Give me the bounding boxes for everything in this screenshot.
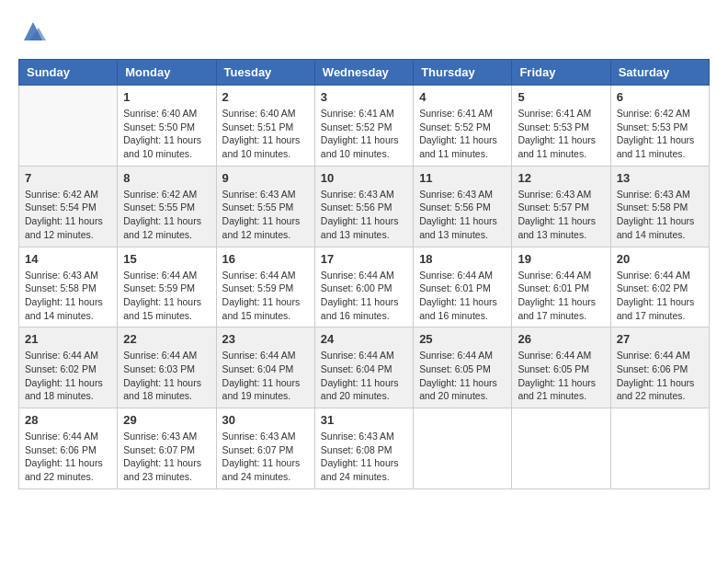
calendar-week-row: 14Sunrise: 6:43 AMSunset: 5:58 PMDayligh… bbox=[19, 247, 710, 327]
calendar-cell bbox=[610, 408, 709, 489]
logo-icon bbox=[20, 18, 46, 44]
calendar-cell: 16Sunrise: 6:44 AMSunset: 5:59 PMDayligh… bbox=[216, 247, 314, 327]
calendar-cell: 2Sunrise: 6:40 AMSunset: 5:51 PMDaylight… bbox=[216, 86, 314, 167]
calendar-week-row: 21Sunrise: 6:44 AMSunset: 6:02 PMDayligh… bbox=[19, 327, 710, 408]
day-number: 22 bbox=[123, 332, 210, 346]
header-friday: Friday bbox=[512, 60, 610, 86]
day-number: 3 bbox=[321, 90, 407, 104]
day-number: 25 bbox=[419, 332, 506, 346]
day-info: Sunrise: 6:44 AMSunset: 6:02 PMDaylight:… bbox=[25, 349, 111, 403]
day-info: Sunrise: 6:44 AMSunset: 6:03 PMDaylight:… bbox=[123, 349, 210, 403]
calendar-cell bbox=[19, 86, 118, 167]
day-info: Sunrise: 6:43 AMSunset: 5:56 PMDaylight:… bbox=[419, 188, 506, 242]
day-number: 29 bbox=[123, 413, 210, 427]
day-number: 19 bbox=[518, 252, 604, 266]
day-info: Sunrise: 6:44 AMSunset: 6:02 PMDaylight:… bbox=[617, 269, 703, 323]
day-number: 1 bbox=[123, 90, 210, 104]
header-thursday: Thursday bbox=[414, 60, 512, 86]
day-info: Sunrise: 6:43 AMSunset: 5:55 PMDaylight:… bbox=[222, 188, 309, 242]
calendar-cell: 5Sunrise: 6:41 AMSunset: 5:53 PMDaylight… bbox=[512, 86, 610, 167]
calendar-cell: 29Sunrise: 6:43 AMSunset: 6:07 PMDayligh… bbox=[118, 408, 216, 489]
day-number: 7 bbox=[25, 171, 111, 185]
day-info: Sunrise: 6:41 AMSunset: 5:52 PMDaylight:… bbox=[321, 107, 407, 161]
calendar-cell: 21Sunrise: 6:44 AMSunset: 6:02 PMDayligh… bbox=[19, 327, 118, 408]
day-info: Sunrise: 6:43 AMSunset: 6:08 PMDaylight:… bbox=[321, 430, 407, 484]
day-number: 21 bbox=[25, 332, 111, 346]
day-number: 13 bbox=[617, 171, 703, 185]
day-number: 5 bbox=[518, 90, 604, 104]
day-info: Sunrise: 6:44 AMSunset: 6:00 PMDaylight:… bbox=[321, 269, 407, 323]
day-number: 18 bbox=[419, 252, 506, 266]
day-number: 24 bbox=[321, 332, 407, 346]
day-info: Sunrise: 6:44 AMSunset: 6:04 PMDaylight:… bbox=[222, 349, 309, 403]
day-number: 9 bbox=[222, 171, 309, 185]
header-wednesday: Wednesday bbox=[314, 60, 413, 86]
calendar-cell: 28Sunrise: 6:44 AMSunset: 6:06 PMDayligh… bbox=[19, 408, 118, 489]
day-info: Sunrise: 6:43 AMSunset: 6:07 PMDaylight:… bbox=[222, 430, 309, 484]
calendar-cell: 13Sunrise: 6:43 AMSunset: 5:58 PMDayligh… bbox=[610, 166, 709, 247]
calendar-cell: 31Sunrise: 6:43 AMSunset: 6:08 PMDayligh… bbox=[314, 408, 413, 489]
header-monday: Monday bbox=[118, 60, 216, 86]
calendar-cell: 14Sunrise: 6:43 AMSunset: 5:58 PMDayligh… bbox=[19, 247, 118, 327]
day-number: 17 bbox=[321, 252, 407, 266]
calendar-cell: 24Sunrise: 6:44 AMSunset: 6:04 PMDayligh… bbox=[314, 327, 413, 408]
day-number: 16 bbox=[222, 252, 309, 266]
calendar-cell: 15Sunrise: 6:44 AMSunset: 5:59 PMDayligh… bbox=[118, 247, 216, 327]
calendar-cell: 4Sunrise: 6:41 AMSunset: 5:52 PMDaylight… bbox=[414, 86, 512, 167]
day-info: Sunrise: 6:42 AMSunset: 5:53 PMDaylight:… bbox=[617, 107, 703, 161]
header-saturday: Saturday bbox=[610, 60, 709, 86]
day-info: Sunrise: 6:43 AMSunset: 5:56 PMDaylight:… bbox=[321, 188, 407, 242]
day-info: Sunrise: 6:44 AMSunset: 6:01 PMDaylight:… bbox=[419, 269, 506, 323]
day-number: 27 bbox=[617, 332, 703, 346]
page-header bbox=[18, 18, 710, 50]
header-sunday: Sunday bbox=[19, 60, 118, 86]
calendar-cell: 9Sunrise: 6:43 AMSunset: 5:55 PMDaylight… bbox=[216, 166, 314, 247]
day-number: 11 bbox=[419, 171, 506, 185]
day-info: Sunrise: 6:44 AMSunset: 6:06 PMDaylight:… bbox=[617, 349, 703, 403]
day-number: 20 bbox=[617, 252, 703, 266]
day-info: Sunrise: 6:40 AMSunset: 5:51 PMDaylight:… bbox=[222, 107, 309, 161]
logo bbox=[18, 18, 46, 50]
calendar-cell: 6Sunrise: 6:42 AMSunset: 5:53 PMDaylight… bbox=[610, 86, 709, 167]
calendar-header-row: Sunday Monday Tuesday Wednesday Thursday… bbox=[19, 60, 710, 86]
calendar-cell: 1Sunrise: 6:40 AMSunset: 5:50 PMDaylight… bbox=[118, 86, 216, 167]
calendar-cell: 25Sunrise: 6:44 AMSunset: 6:05 PMDayligh… bbox=[414, 327, 512, 408]
day-info: Sunrise: 6:43 AMSunset: 5:58 PMDaylight:… bbox=[25, 269, 111, 323]
day-number: 14 bbox=[25, 252, 111, 266]
header-tuesday: Tuesday bbox=[216, 60, 314, 86]
day-number: 26 bbox=[518, 332, 604, 346]
day-info: Sunrise: 6:44 AMSunset: 6:04 PMDaylight:… bbox=[321, 349, 407, 403]
day-number: 6 bbox=[617, 90, 703, 104]
day-info: Sunrise: 6:43 AMSunset: 6:07 PMDaylight:… bbox=[123, 430, 210, 484]
day-number: 12 bbox=[518, 171, 604, 185]
day-number: 30 bbox=[222, 413, 309, 427]
day-info: Sunrise: 6:42 AMSunset: 5:55 PMDaylight:… bbox=[123, 188, 210, 242]
day-number: 8 bbox=[123, 171, 210, 185]
day-info: Sunrise: 6:44 AMSunset: 5:59 PMDaylight:… bbox=[222, 269, 309, 323]
calendar-cell bbox=[414, 408, 512, 489]
calendar-cell: 10Sunrise: 6:43 AMSunset: 5:56 PMDayligh… bbox=[314, 166, 413, 247]
calendar-cell: 23Sunrise: 6:44 AMSunset: 6:04 PMDayligh… bbox=[216, 327, 314, 408]
day-info: Sunrise: 6:44 AMSunset: 5:59 PMDaylight:… bbox=[123, 269, 210, 323]
day-number: 2 bbox=[222, 90, 309, 104]
calendar-table: Sunday Monday Tuesday Wednesday Thursday… bbox=[18, 59, 710, 489]
calendar-week-row: 7Sunrise: 6:42 AMSunset: 5:54 PMDaylight… bbox=[19, 166, 710, 247]
calendar-cell: 22Sunrise: 6:44 AMSunset: 6:03 PMDayligh… bbox=[118, 327, 216, 408]
day-number: 28 bbox=[25, 413, 111, 427]
calendar-cell: 7Sunrise: 6:42 AMSunset: 5:54 PMDaylight… bbox=[19, 166, 118, 247]
day-info: Sunrise: 6:44 AMSunset: 6:01 PMDaylight:… bbox=[518, 269, 604, 323]
calendar-cell: 27Sunrise: 6:44 AMSunset: 6:06 PMDayligh… bbox=[610, 327, 709, 408]
day-number: 23 bbox=[222, 332, 309, 346]
day-info: Sunrise: 6:44 AMSunset: 6:05 PMDaylight:… bbox=[518, 349, 604, 403]
calendar-cell: 8Sunrise: 6:42 AMSunset: 5:55 PMDaylight… bbox=[118, 166, 216, 247]
calendar-cell: 19Sunrise: 6:44 AMSunset: 6:01 PMDayligh… bbox=[512, 247, 610, 327]
calendar-cell bbox=[512, 408, 610, 489]
calendar-cell: 3Sunrise: 6:41 AMSunset: 5:52 PMDaylight… bbox=[314, 86, 413, 167]
calendar-cell: 18Sunrise: 6:44 AMSunset: 6:01 PMDayligh… bbox=[414, 247, 512, 327]
day-number: 10 bbox=[321, 171, 407, 185]
day-info: Sunrise: 6:43 AMSunset: 5:58 PMDaylight:… bbox=[617, 188, 703, 242]
calendar-cell: 12Sunrise: 6:43 AMSunset: 5:57 PMDayligh… bbox=[512, 166, 610, 247]
day-info: Sunrise: 6:41 AMSunset: 5:53 PMDaylight:… bbox=[518, 107, 604, 161]
day-number: 4 bbox=[419, 90, 506, 104]
day-info: Sunrise: 6:40 AMSunset: 5:50 PMDaylight:… bbox=[123, 107, 210, 161]
